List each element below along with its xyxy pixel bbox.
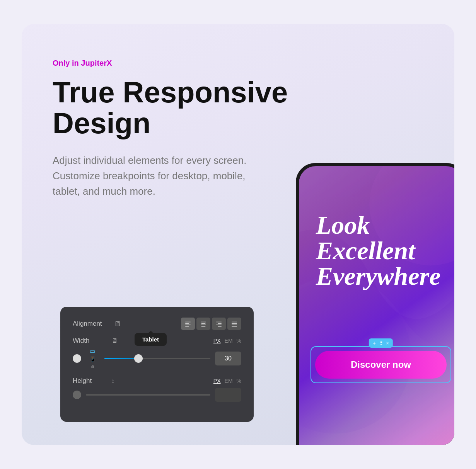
phone-line2: Excellent — [316, 238, 446, 263]
settings-panel: Alignment 🖥 Width 🖥 — [60, 307, 254, 422]
height-slider-row — [73, 388, 241, 402]
wave-background — [299, 166, 454, 445]
width-slider-thumb[interactable] — [134, 354, 143, 363]
phone-line1: Look — [316, 212, 446, 238]
svg-rect-13 — [232, 323, 237, 324]
height-unit-em[interactable]: EM — [225, 378, 233, 384]
align-right-button[interactable] — [212, 318, 226, 330]
slider-thumb-icon — [73, 354, 81, 363]
height-unit-px[interactable]: PX — [213, 378, 221, 384]
height-slider[interactable] — [86, 394, 210, 396]
button-outline-box: + ⠿ × Discover now — [311, 346, 451, 383]
unit-em[interactable]: EM — [225, 338, 233, 344]
unit-group-height: PX EM % — [213, 378, 241, 384]
align-center-button[interactable] — [196, 318, 210, 330]
tv-icon: 🖥 — [90, 364, 96, 369]
svg-rect-12 — [232, 322, 237, 323]
alignment-label: Alignment — [73, 320, 111, 328]
svg-rect-15 — [232, 326, 237, 327]
move-icon[interactable]: ⠿ — [379, 340, 383, 346]
width-value: 30 — [215, 352, 241, 365]
phone-mockup: Look Excellent Everywhere + ⠿ × Discover… — [296, 163, 454, 445]
discover-now-label: Discover now — [351, 359, 411, 370]
width-label: Width — [73, 337, 111, 345]
height-label: Height — [73, 377, 111, 385]
desktop-icon: 🖥 — [111, 337, 118, 344]
svg-rect-2 — [185, 325, 191, 325]
monitor-icon: 🖥 — [114, 320, 121, 328]
phone-headline: Look Excellent Everywhere — [316, 212, 446, 289]
width-slider[interactable] — [104, 358, 210, 359]
svg-rect-10 — [216, 325, 222, 325]
phone-button-area: + ⠿ × Discover now — [311, 346, 451, 383]
unit-px[interactable]: PX — [213, 338, 221, 344]
close-icon[interactable]: × — [386, 340, 389, 346]
tablet-icon: ▭ — [90, 348, 96, 355]
svg-rect-4 — [201, 322, 206, 323]
align-left-button[interactable] — [181, 318, 195, 330]
phone-screen: Look Excellent Everywhere + ⠿ × Discover… — [299, 166, 454, 445]
unit-group-width: PX EM % — [213, 338, 241, 344]
button-toolbar: + ⠿ × — [369, 338, 393, 348]
svg-rect-9 — [218, 323, 222, 324]
svg-rect-7 — [201, 326, 206, 327]
svg-rect-6 — [201, 325, 206, 325]
main-title: True Responsive Design — [53, 77, 323, 139]
description: Adjust individual elements for every scr… — [53, 153, 254, 199]
svg-rect-0 — [185, 322, 191, 323]
height-unit-percent[interactable]: % — [237, 378, 241, 384]
phone-text-content: Look Excellent Everywhere — [316, 212, 446, 289]
discover-now-button[interactable]: Discover now — [315, 351, 447, 379]
svg-rect-1 — [185, 323, 189, 324]
align-justify-button[interactable] — [227, 318, 241, 330]
svg-rect-11 — [218, 326, 222, 327]
height-value — [215, 388, 241, 402]
svg-rect-3 — [185, 326, 189, 327]
svg-rect-8 — [216, 322, 222, 323]
mobile-icon: 📱 — [90, 356, 96, 362]
alignment-buttons — [181, 318, 241, 330]
height-icon: ↕ — [111, 377, 114, 384]
height-row: Height ↕ PX EM % — [73, 377, 241, 385]
svg-rect-5 — [201, 323, 206, 324]
width-slider-row: ▭ 📱 🖥 30 — [73, 348, 241, 369]
svg-rect-14 — [232, 325, 237, 325]
height-slider-thumb-circle — [73, 391, 81, 399]
unit-percent[interactable]: % — [237, 338, 241, 344]
phone-line3: Everywhere — [316, 263, 446, 289]
tablet-tooltip: Tablet — [135, 333, 167, 346]
badge: Only in JupiterX — [53, 59, 423, 68]
alignment-row: Alignment 🖥 — [73, 318, 241, 330]
main-card: Only in JupiterX True Responsive Design … — [22, 24, 454, 445]
add-icon[interactable]: + — [373, 340, 376, 346]
width-slider-fill — [104, 358, 138, 359]
